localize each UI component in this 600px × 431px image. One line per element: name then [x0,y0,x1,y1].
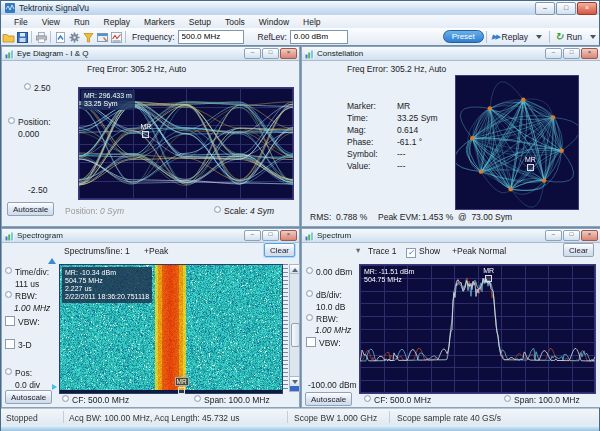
eye-mr-marker[interactable]: MR [139,123,153,138]
spectrum-autoscale-button[interactable]: Autoscale [305,392,352,406]
menu-item-view[interactable]: View [35,17,67,27]
trace-collapse-chevron-icon[interactable]: ▾ [356,245,360,255]
adjust-knob-icon[interactable] [214,206,221,213]
scroll-thumb[interactable] [291,323,300,347]
spectrogram-clear-button[interactable]: Clear [264,243,295,257]
spectrogram-autoscale-button[interactable]: Autoscale [5,390,52,404]
menu-item-replay[interactable]: Replay [97,17,137,27]
spectrogram-peak-mode[interactable]: +Peak [144,246,168,256]
constellation-maximize-button[interactable]: □ [563,48,580,59]
menu-item-help[interactable]: Help [296,17,327,27]
spectrums-per-line[interactable]: Spectrums/line: 1 [64,246,130,256]
spectrogram-close-button[interactable]: × [280,230,297,241]
spectrogram-scrollbar[interactable] [289,264,300,392]
spectrogram-maximize-button[interactable]: □ [262,230,279,241]
adjust-knob-icon[interactable] [306,314,313,321]
spectrogram-minimize-button[interactable]: – [244,230,261,241]
spectrogram-mr-marker[interactable]: MR [175,377,189,394]
eye-close-button[interactable]: × [280,48,297,59]
spectrum-detection-mode[interactable]: +Peak Normal [452,246,506,256]
status-scope-bw: Scope BW 1.000 GHz [294,413,377,423]
eye-position-value[interactable]: 0.000 [18,129,39,139]
adjust-knob-icon[interactable] [62,395,69,402]
reflev-input[interactable] [290,30,348,44]
rbw-value[interactable]: 1.00 MHz [14,303,50,313]
spectrogram-plot[interactable]: MR: -10.34 dBm504.75 MHz 2.227 us2/22/20… [59,264,283,394]
spectrum-minimize-button[interactable]: – [545,230,562,241]
spectrum-close-button[interactable]: × [581,230,598,241]
spectrum-plot[interactable]: MR: -11.51 dBm504.75 MHz MR [359,264,596,394]
menu-item-file[interactable]: File [7,17,35,27]
spectrum-ref-top: 0.00 dBm [306,267,352,277]
titlebar[interactable]: Tektronix SignalVu – □ × [1,1,599,15]
adjust-knob-icon[interactable] [24,83,31,90]
trace-display-icon[interactable] [110,30,123,43]
adjust-knob-icon[interactable] [5,291,12,298]
taskbar-edge [1,425,599,431]
db-div-value[interactable]: 10.0 dB [316,302,345,312]
eye-diagram-plot[interactable]: MR: 296.433 m33.25 Sym MR [78,87,294,200]
constellation-mr-marker[interactable]: MR [523,156,537,171]
maximize-button[interactable]: □ [556,2,576,15]
adjust-knob-icon[interactable] [306,290,313,297]
adjust-knob-icon[interactable] [194,395,201,402]
adjust-knob-icon[interactable] [364,395,371,402]
adjust-knob-icon[interactable] [5,368,12,375]
run-dropdown-arrow[interactable] [590,35,596,39]
scroll-up-button[interactable] [290,265,299,274]
adjust-knob-icon[interactable] [8,117,15,124]
spectrum-maximize-button[interactable]: □ [563,230,580,241]
constellation-plot[interactable]: MR [455,75,579,210]
time-div-value[interactable]: 111 us [15,279,39,289]
scroll-end-marker [290,386,299,391]
save-icon[interactable] [16,30,29,43]
eye-autoscale-button[interactable]: Autoscale [7,202,54,216]
scroll-down-button[interactable] [290,376,299,385]
constellation-close-button[interactable]: × [581,48,598,59]
spectrum-mr-marker[interactable]: MR [482,267,496,282]
replay-dropdown-arrow[interactable] [536,35,542,39]
constellation-minimize-button[interactable]: – [545,48,562,59]
menu-item-tools[interactable]: Tools [218,17,252,27]
filter-funnel-icon[interactable] [82,30,95,43]
display-settings-icon[interactable] [96,30,109,43]
show-checkbox[interactable]: ✓ [406,248,416,258]
menu-item-window[interactable]: Window [252,17,296,27]
menubar: File View Run Replay Markers Setup Tools… [1,15,599,29]
menu-item-setup[interactable]: Setup [182,17,218,27]
close-button[interactable]: × [577,2,597,15]
vbw-checkbox[interactable] [5,316,15,326]
adjust-knob-icon[interactable] [5,267,12,274]
constellation-panel-titlebar[interactable]: Constellation – □ × [302,47,600,61]
time-position-caret-icon[interactable] [48,258,56,264]
eye-panel-titlebar[interactable]: Eye Diagram - I & Q – □ × [2,47,299,61]
print-icon[interactable] [35,30,48,43]
marker-row-value: 33.25 Sym [397,113,438,123]
toolbar: Frequency: RefLev: Preset ▶▶ Replay ↻ Ru… [1,28,599,46]
eye-minimize-button[interactable]: – [244,48,261,59]
eye-marker-readout: MR: 296.433 m33.25 Sym [81,90,135,110]
spectrum-panel-titlebar[interactable]: Spectrum – □ × [302,229,600,243]
preset-button[interactable]: Preset [443,30,484,43]
menu-item-markers[interactable]: Markers [137,17,182,27]
acquire-icon[interactable] [54,30,67,43]
eye-maximize-button[interactable]: □ [262,48,279,59]
settings-gear-icon[interactable] [68,30,81,43]
pos-value[interactable]: 0.0 div [15,380,40,390]
vbw-checkbox[interactable] [306,337,316,347]
status-state: Stopped [6,413,38,423]
menu-item-run[interactable]: Run [67,17,97,27]
run-button[interactable]: ↻ Run [552,31,585,42]
minimize-button[interactable]: – [535,2,555,15]
rbw-value[interactable]: 1.00 MHz [315,325,351,335]
trace-selector[interactable]: Trace 1 [368,246,397,256]
threed-checkbox[interactable] [5,339,15,349]
spectrum-span: Span: 100.0 MHz [504,395,580,405]
frequency-input[interactable] [178,30,244,44]
open-file-icon[interactable] [2,30,15,43]
adjust-knob-icon[interactable] [306,267,313,274]
adjust-knob-icon[interactable] [504,395,511,402]
spectrum-clear-button[interactable]: Clear [563,243,594,257]
replay-button[interactable]: ▶▶ Replay [489,32,531,42]
spectrogram-panel-titlebar[interactable]: Spectrogram – □ × [2,229,299,243]
